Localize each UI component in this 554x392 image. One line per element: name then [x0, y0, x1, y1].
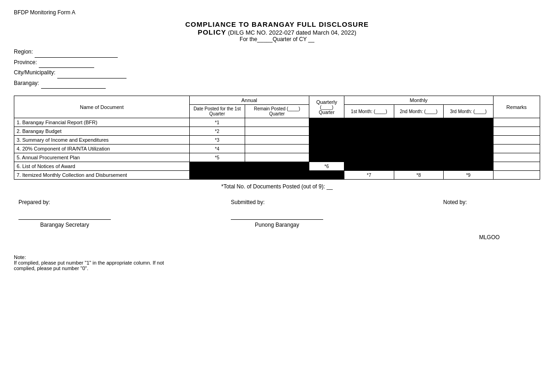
m3-cell: [444, 118, 494, 127]
col-header-annual: Annual: [189, 96, 309, 105]
table-row: 4. 20% Component of IRA/NTA Utilization*…: [14, 145, 540, 153]
submitted-by-label: Submitted by:: [231, 199, 265, 205]
info-block: Region: Province: City/Municipality: Bar…: [14, 47, 540, 89]
m2-cell: [394, 127, 444, 136]
col-header-monthly: Monthly: [344, 96, 494, 105]
table-row: 7. Itemized Monthly Collection and Disbu…: [14, 171, 540, 180]
sig-title-1: Barangay Secretary: [18, 222, 111, 228]
remarks-cell: [493, 127, 540, 136]
main-table: Name of Document Annual Quarterly (____)…: [14, 96, 540, 180]
annual-remain-cell: [245, 162, 309, 171]
doc-name-cell: 1. Barangay Financial Report (BFR): [14, 118, 190, 127]
m3-cell: [444, 162, 494, 171]
doc-name-cell: 6. List of Notices of Award: [14, 162, 190, 171]
quarterly-cell: [309, 145, 344, 153]
title-line2: POLICY (DILG MC NO. 2022-027 dated March…: [14, 28, 540, 36]
annual-date-cell: *4: [189, 145, 245, 153]
m3-cell: [444, 136, 494, 145]
quarterly-cell: [309, 136, 344, 145]
table-row: 5. Annual Procurement Plan*5: [14, 153, 540, 162]
note-section: Note: If complied, please put number "1"…: [14, 254, 171, 271]
col-header-doc-name: Name of Document: [14, 96, 190, 118]
col-remain-posted: Remain Posted (____) Quarter: [245, 105, 309, 118]
noted-by-block: Noted by: MLGOO: [443, 199, 536, 241]
sig-title-3: MLGOO: [443, 234, 536, 241]
m1-cell: [344, 136, 394, 145]
quarterly-cell: *6: [309, 162, 344, 171]
m1-cell: [344, 153, 394, 162]
table-row: 2. Barangay Budget*2: [14, 127, 540, 136]
m2-cell: *8: [394, 171, 444, 180]
remarks-cell: [493, 145, 540, 153]
quarterly-cell: [309, 171, 344, 180]
remarks-cell: [493, 136, 540, 145]
remarks-cell: [493, 153, 540, 162]
noted-by-label: Noted by:: [443, 199, 467, 205]
remarks-cell: [493, 171, 540, 180]
m1-cell: [344, 162, 394, 171]
annual-remain-cell: [245, 127, 309, 136]
m2-cell: [394, 145, 444, 153]
m1-cell: [344, 127, 394, 136]
doc-name-cell: 5. Annual Procurement Plan: [14, 153, 190, 162]
m3-cell: *9: [444, 171, 494, 180]
doc-name-cell: 7. Itemized Monthly Collection and Disbu…: [14, 171, 190, 180]
title-line1: COMPLIANCE TO BARANGAY FULL DISCLOSURE: [14, 20, 540, 28]
for-line: For the_____Quarter of CY __: [14, 36, 540, 42]
footnote: *Total No. of Documents Posted (out of 9…: [14, 183, 540, 190]
note-title: Note:: [14, 254, 171, 260]
m1-cell: *7: [344, 171, 394, 180]
doc-name-cell: 2. Barangay Budget: [14, 127, 190, 136]
submitted-by-block: Submitted by: Punong Barangay: [231, 199, 323, 241]
quarterly-cell: [309, 153, 344, 162]
annual-date-cell: *1: [189, 118, 245, 127]
doc-name-cell: 4. 20% Component of IRA/NTA Utilization: [14, 145, 190, 153]
annual-date-cell: *2: [189, 127, 245, 136]
m3-cell: [444, 153, 494, 162]
annual-remain-cell: [245, 118, 309, 127]
quarterly-cell: [309, 118, 344, 127]
col-header-quarterly: Quarterly (____) Quarter: [309, 96, 344, 118]
annual-date-cell: [189, 171, 245, 180]
annual-date-cell: *3: [189, 136, 245, 145]
col-2nd-month: 2nd Month: (____): [394, 105, 444, 118]
m3-cell: [444, 127, 494, 136]
form-label: BFDP Monitoring Form A: [14, 9, 540, 16]
prepared-by-block: Prepared by: Barangay Secretary: [18, 199, 111, 241]
m2-cell: [394, 118, 444, 127]
sig-line-2: [231, 219, 323, 220]
table-row: 3. Summary of Income and Expenditures*3: [14, 136, 540, 145]
table-row: 6. List of Notices of Award*6: [14, 162, 540, 171]
annual-date-cell: [189, 162, 245, 171]
remarks-cell: [493, 118, 540, 127]
note-text: If complied, please put number "1" in th…: [14, 260, 171, 271]
doc-name-cell: 3. Summary of Income and Expenditures: [14, 136, 190, 145]
prepared-by-label: Prepared by:: [18, 199, 50, 205]
annual-remain-cell: [245, 145, 309, 153]
m2-cell: [394, 136, 444, 145]
m1-cell: [344, 145, 394, 153]
table-row: 1. Barangay Financial Report (BFR)*1: [14, 118, 540, 127]
m2-cell: [394, 162, 444, 171]
quarterly-cell: [309, 127, 344, 136]
col-header-remarks: Remarks: [493, 96, 540, 118]
col-1st-month: 1st Month: (____): [344, 105, 394, 118]
sig-line-1: [18, 219, 111, 220]
annual-date-cell: *5: [189, 153, 245, 162]
annual-remain-cell: [245, 136, 309, 145]
sig-title-2: Punong Barangay: [231, 222, 323, 228]
m3-cell: [444, 145, 494, 153]
col-3rd-month: 3rd Month: (____): [444, 105, 494, 118]
col-date-posted: Date Posted for the 1st Quarter: [189, 105, 245, 118]
annual-remain-cell: [245, 171, 309, 180]
annual-remain-cell: [245, 153, 309, 162]
signature-section: Prepared by: Barangay Secretary Submitte…: [14, 199, 540, 241]
m1-cell: [344, 118, 394, 127]
m2-cell: [394, 153, 444, 162]
remarks-cell: [493, 162, 540, 171]
